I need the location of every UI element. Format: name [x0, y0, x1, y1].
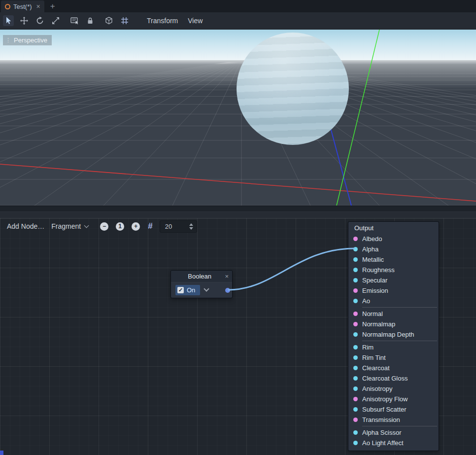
port-dot[interactable] [353, 397, 358, 401]
port-row[interactable]: Clearcoat Gloss [348, 373, 439, 384]
snap-distance-field[interactable]: 20 [160, 220, 197, 233]
port-label: Transmission [362, 416, 400, 423]
port-dot[interactable] [353, 418, 358, 422]
snap-toggle-button[interactable]: # [148, 221, 152, 231]
output-node-header[interactable]: Output [348, 222, 439, 234]
boolean-checkbox[interactable]: ✓ On [175, 285, 200, 295]
shader-graph-area[interactable]: Add Node… Fragment − 1 + # 20 Bo [0, 218, 476, 455]
move-icon [20, 16, 29, 25]
viewport-sky [0, 30, 476, 60]
port-row[interactable]: Normalmap [348, 319, 439, 329]
port-row[interactable]: Alpha Scissor [348, 427, 439, 438]
port-row[interactable]: Rim Tint [348, 352, 439, 363]
list-select-tool-button[interactable] [69, 15, 80, 26]
port-label: Alpha [362, 245, 378, 253]
view-menu[interactable]: View [183, 17, 207, 25]
port-row[interactable]: Ao [348, 296, 439, 306]
add-node-button[interactable]: Add Node… [7, 222, 44, 230]
lock-tool-button[interactable] [85, 15, 96, 26]
port-dot[interactable] [353, 237, 358, 241]
zoom-controls: − 1 + [100, 222, 140, 231]
port-row[interactable]: Normal [348, 309, 439, 319]
chevron-down-icon [84, 223, 89, 228]
port-dot[interactable] [353, 430, 358, 435]
zoom-out-button[interactable]: − [100, 222, 108, 231]
chevron-down-icon[interactable] [204, 286, 209, 291]
scale-icon [51, 16, 60, 25]
boolean-node[interactable]: Boolean × ✓ On [170, 270, 233, 298]
port-dot[interactable] [353, 376, 358, 381]
boolean-node-header[interactable]: Boolean × [171, 271, 232, 282]
mesh-tool-button[interactable] [103, 15, 114, 26]
port-label: Normalmap Depth [362, 331, 414, 338]
rotate-icon [35, 16, 44, 25]
spin-up-icon [189, 223, 193, 226]
boolean-to-alpha-wire [229, 248, 354, 290]
boolean-output-port[interactable] [225, 288, 230, 293]
port-dot[interactable] [353, 268, 358, 272]
port-row[interactable]: Clearcoat [348, 363, 439, 373]
port-row[interactable]: Albedo [348, 234, 439, 244]
port-row[interactable]: Normalmap Depth [348, 329, 439, 340]
boolean-node-body: ✓ On [171, 282, 232, 298]
port-row[interactable]: Anisotropy Flow [348, 394, 439, 404]
port-dot[interactable] [353, 312, 358, 316]
list-select-icon [70, 16, 79, 25]
port-dot[interactable] [353, 345, 358, 350]
zoom-reset-button[interactable]: 1 [116, 222, 124, 231]
port-row[interactable]: Anisotropy [348, 384, 439, 394]
port-dot[interactable] [353, 355, 358, 360]
output-node-title: Output [354, 224, 374, 232]
rotate-tool-button[interactable] [34, 15, 45, 26]
boolean-node-title: Boolean [174, 273, 225, 280]
port-label: Ao [362, 297, 370, 305]
port-row[interactable]: Ao Light Affect [348, 438, 439, 448]
panel-splitter[interactable] [0, 206, 476, 212]
transform-menu[interactable]: Transform [142, 17, 183, 25]
shader-mode-dropdown[interactable]: Fragment [51, 222, 88, 230]
port-row[interactable]: Alpha [348, 244, 439, 254]
port-dot[interactable] [353, 386, 358, 391]
port-row[interactable]: Transmission [348, 415, 439, 425]
shader-file-icon [5, 4, 10, 9]
new-tab-button[interactable]: + [50, 1, 55, 11]
port-dot[interactable] [353, 299, 358, 303]
port-label: Albedo [362, 235, 382, 243]
tab-title: Test(*) [13, 3, 32, 10]
port-row[interactable]: Emission [348, 285, 439, 296]
scale-tool-button[interactable] [50, 15, 61, 26]
port-dot[interactable] [353, 407, 358, 412]
snap-tool-button[interactable] [119, 15, 130, 26]
3d-viewport[interactable]: ⋮ Perspective [0, 30, 476, 206]
tab-close-icon[interactable]: × [36, 2, 40, 10]
perspective-label: Perspective [14, 36, 47, 44]
port-dot[interactable] [353, 322, 358, 326]
select-tool-button[interactable] [3, 15, 14, 26]
port-row[interactable]: Roughness [348, 265, 439, 275]
port-row[interactable]: Rim [348, 342, 439, 352]
port-row[interactable]: Specular [348, 275, 439, 285]
output-node[interactable]: Output Albedo Alpha Metallic Roughness S… [348, 221, 439, 451]
port-label: Rim Tint [362, 354, 386, 361]
port-dot[interactable] [353, 332, 358, 337]
port-row[interactable]: Subsurf Scatter [348, 404, 439, 415]
port-dot[interactable] [353, 257, 358, 262]
port-dot[interactable] [353, 441, 358, 445]
move-tool-button[interactable] [19, 15, 30, 26]
spinner-control[interactable] [189, 223, 193, 230]
port-row[interactable]: Metallic [348, 254, 439, 265]
port-label: Ao Light Affect [362, 439, 404, 447]
zoom-in-button[interactable]: + [132, 222, 140, 231]
output-ports: Albedo Alpha Metallic Roughness Specular… [348, 234, 439, 448]
port-label: Subsurf Scatter [362, 406, 407, 413]
tab-test-scene[interactable]: Test(*) × [1, 0, 44, 12]
shader-mode-label: Fragment [51, 222, 81, 230]
port-dot[interactable] [353, 278, 358, 282]
port-dot[interactable] [353, 366, 358, 370]
graph-scroll-corner[interactable] [0, 451, 3, 455]
perspective-menu-button[interactable]: ⋮ Perspective [3, 35, 52, 45]
spin-down-icon [189, 227, 193, 230]
port-dot[interactable] [353, 247, 358, 251]
close-node-icon[interactable]: × [225, 273, 229, 280]
port-dot[interactable] [353, 288, 358, 293]
